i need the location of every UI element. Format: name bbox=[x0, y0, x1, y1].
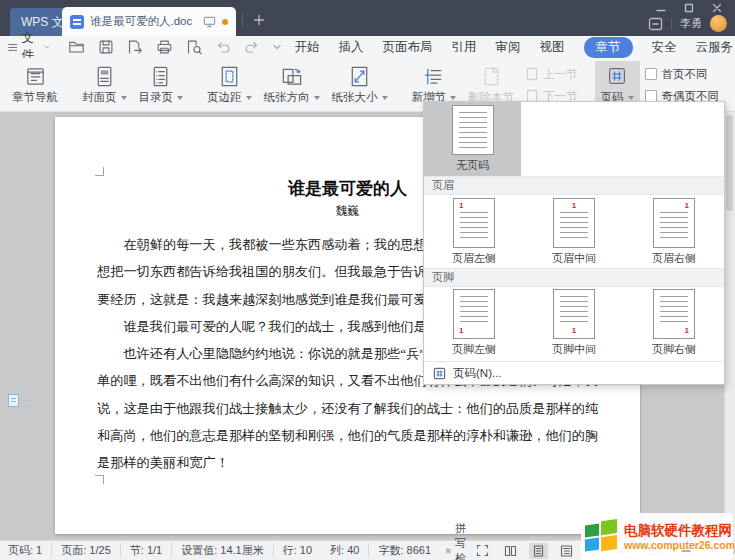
watermark-site-url: www.computer26.com bbox=[624, 539, 735, 551]
export-pdf-icon[interactable] bbox=[127, 39, 143, 55]
annotation-dash-icon bbox=[22, 400, 27, 401]
watermark-site-name: 电脑软硬件教程网 bbox=[624, 523, 735, 539]
page-number-dropdown: 无页码 页眉 1 页眉左侧 1 页眉中间 1 页眉右侧 页脚 1 页脚左侧 bbox=[423, 101, 725, 385]
prev-section-button[interactable]: 上一节 bbox=[525, 67, 578, 82]
two-page-icon bbox=[504, 545, 517, 557]
option-footer-right[interactable]: 1 页脚右侧 bbox=[624, 287, 724, 359]
workspace-icon[interactable] bbox=[648, 17, 663, 31]
page-number-small-icon bbox=[433, 367, 446, 380]
hamburger-icon bbox=[8, 42, 17, 53]
cover-page-button[interactable]: 封面页 bbox=[76, 61, 133, 109]
chevron-down-icon bbox=[44, 44, 50, 50]
undo-icon[interactable] bbox=[215, 40, 231, 54]
tab-security[interactable]: 安全 bbox=[652, 39, 677, 56]
header-center-thumbnail: 1 bbox=[553, 198, 595, 248]
fullscreen-icon bbox=[476, 544, 489, 557]
document-line: 是那样的美丽和宽广！ bbox=[97, 449, 598, 476]
paper-size-icon bbox=[347, 64, 372, 89]
option-header-right[interactable]: 1 页眉右侧 bbox=[624, 195, 724, 267]
new-section-icon bbox=[421, 64, 446, 89]
option-footer-center[interactable]: 1 页脚中间 bbox=[524, 287, 624, 359]
vertical-scrollbar[interactable] bbox=[724, 112, 735, 540]
quick-access-toolbar bbox=[68, 39, 281, 55]
maximize-button[interactable] bbox=[675, 0, 703, 16]
paper-size-button[interactable]: 纸张大小 bbox=[326, 61, 394, 109]
tab-page-layout[interactable]: 页面布局 bbox=[383, 39, 433, 56]
tab-cloud[interactable]: 云服务 bbox=[696, 39, 734, 56]
document-tab[interactable]: 谁是最可爱的人.doc bbox=[62, 7, 236, 36]
section-nav-button[interactable]: 章节导航 bbox=[6, 61, 64, 109]
user-name[interactable]: 李勇 bbox=[680, 16, 702, 31]
status-section: 节: 1/1 bbox=[121, 543, 172, 558]
spellcheck-toggle[interactable]: 拼写检查 bbox=[446, 521, 473, 560]
more-history-chevron-icon[interactable] bbox=[273, 44, 281, 50]
tab-review[interactable]: 审阅 bbox=[496, 39, 521, 56]
user-area: 李勇 bbox=[648, 15, 727, 32]
minimize-icon bbox=[656, 3, 666, 13]
status-word-count[interactable]: 字数: 8661 bbox=[369, 543, 440, 558]
tab-insert[interactable]: 插入 bbox=[339, 39, 364, 56]
page-view-button[interactable] bbox=[529, 543, 548, 559]
tab-view[interactable]: 视图 bbox=[540, 39, 565, 56]
tab-separator bbox=[242, 13, 243, 27]
two-page-view-button[interactable] bbox=[501, 543, 520, 559]
open-folder-icon[interactable] bbox=[68, 39, 85, 55]
redo-icon[interactable] bbox=[244, 40, 260, 54]
spellcheck-icon bbox=[446, 545, 451, 557]
save-icon[interactable] bbox=[98, 39, 114, 55]
scrollbar-thumb[interactable] bbox=[726, 115, 733, 211]
unsaved-dot-icon bbox=[222, 19, 228, 25]
tab-home[interactable]: 开始 bbox=[295, 39, 320, 56]
paper-orientation-button[interactable]: 纸张方向 bbox=[258, 61, 326, 109]
page-number-icon bbox=[605, 64, 629, 88]
new-tab-button[interactable] bbox=[250, 11, 268, 29]
sync-monitor-icon bbox=[203, 16, 216, 28]
status-setting-value: 设置值: 14.1厘米 bbox=[172, 543, 274, 558]
status-column: 列: 40 bbox=[321, 543, 369, 558]
close-button[interactable] bbox=[703, 0, 731, 16]
print-icon[interactable] bbox=[156, 39, 173, 55]
menu-tabs: 开始 插入 页面布局 引用 审阅 视图 章节 安全 云服务 bbox=[295, 37, 734, 58]
window-controls bbox=[647, 0, 731, 16]
cover-page-icon bbox=[92, 64, 117, 89]
group-footer-label: 页脚 bbox=[424, 268, 724, 287]
zoom-out-button[interactable] bbox=[681, 546, 691, 556]
outline-view-button[interactable] bbox=[557, 543, 576, 559]
margin-corner-mark bbox=[95, 167, 104, 176]
toc-page-button[interactable]: 目录页 bbox=[133, 61, 190, 109]
document-line: 和高尚，他们的意志是那样的坚韧和刚强，他们的气质是那样的淳朴和谦逊，他们的胸怀 bbox=[97, 422, 598, 449]
close-icon bbox=[712, 3, 722, 13]
option-footer-left[interactable]: 1 页脚左侧 bbox=[424, 287, 524, 359]
margins-button[interactable]: 页边距 bbox=[201, 61, 258, 109]
margin-annotation[interactable] bbox=[8, 394, 27, 407]
minimize-button[interactable] bbox=[647, 0, 675, 16]
margins-icon bbox=[217, 64, 242, 89]
page-number-dialog-entry[interactable]: 页码(N)... bbox=[424, 362, 724, 384]
maximize-icon bbox=[684, 3, 694, 13]
fullscreen-view-button[interactable] bbox=[473, 543, 492, 559]
titlebar: WPS 文字 谁是最可爱的人.doc bbox=[0, 0, 735, 36]
paper-orientation-icon bbox=[279, 64, 304, 89]
first-page-diff-checkbox[interactable]: 首页不同 bbox=[645, 67, 720, 82]
option-header-left[interactable]: 1 页眉左侧 bbox=[424, 195, 524, 267]
checkbox-empty-icon bbox=[645, 68, 657, 80]
margin-corner-mark bbox=[95, 475, 104, 484]
tab-references[interactable]: 引用 bbox=[452, 39, 477, 56]
tab-section-active[interactable]: 章节 bbox=[584, 37, 633, 58]
footer-left-thumbnail: 1 bbox=[453, 289, 495, 339]
footer-right-thumbnail: 1 bbox=[653, 289, 695, 339]
watermark-text: 电脑软硬件教程网 www.computer26.com bbox=[624, 523, 735, 551]
print-preview-icon[interactable] bbox=[186, 39, 202, 55]
minus-icon bbox=[681, 546, 691, 556]
document-tab-title: 谁是最可爱的人.doc bbox=[90, 14, 197, 29]
page-view-icon bbox=[532, 545, 545, 557]
option-no-page-number[interactable]: 无页码 bbox=[424, 102, 521, 176]
plus-icon bbox=[253, 14, 265, 26]
prev-section-icon bbox=[525, 67, 539, 81]
annotation-page-icon bbox=[8, 394, 19, 407]
user-avatar[interactable] bbox=[710, 15, 727, 32]
status-row: 行: 10 bbox=[274, 543, 321, 558]
outline-view-icon bbox=[560, 545, 573, 557]
option-header-center[interactable]: 1 页眉中间 bbox=[524, 195, 624, 267]
group-header-label: 页眉 bbox=[424, 176, 724, 195]
